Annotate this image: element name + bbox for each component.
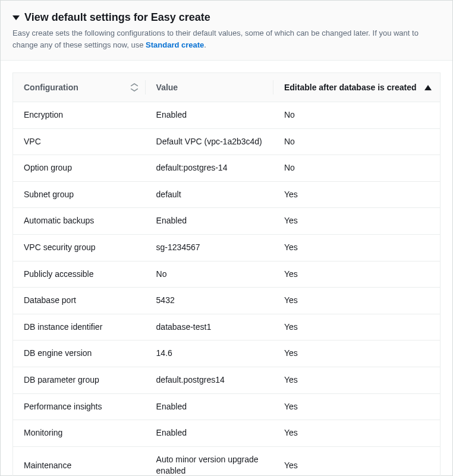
cell-editable: Yes: [273, 234, 440, 261]
cell-editable: Yes: [273, 208, 440, 235]
settings-table: Configuration Value: [13, 73, 440, 476]
cell-configuration: DB engine version: [13, 341, 146, 367]
description-text-post: .: [204, 40, 206, 49]
standard-create-link[interactable]: Standard create: [146, 40, 204, 49]
cell-value: Auto minor version upgrade enabled: [146, 446, 273, 476]
cell-value: Enabled: [146, 102, 273, 129]
sort-icon: [130, 83, 139, 92]
table-row: DB engine version14.6Yes: [13, 341, 440, 367]
table-row: Database port5432Yes: [13, 288, 440, 314]
cell-configuration: Monitoring: [13, 420, 146, 447]
cell-configuration: DB parameter group: [13, 367, 146, 393]
cell-configuration: Option group: [13, 155, 146, 182]
cell-editable: Yes: [273, 261, 440, 288]
cell-configuration: Performance insights: [13, 393, 146, 420]
cell-configuration: Maintenance: [13, 446, 146, 476]
cell-value: Enabled: [146, 393, 273, 420]
cell-editable: No: [273, 102, 440, 129]
cell-value: database-test1: [146, 314, 273, 341]
cell-configuration: Subnet group: [13, 181, 146, 208]
cell-value: Enabled: [146, 208, 273, 235]
table-row: DB parameter groupdefault.postgres14Yes: [13, 367, 440, 393]
cell-configuration: Automatic backups: [13, 208, 146, 235]
cell-editable: Yes: [273, 367, 440, 393]
panel-container: View default settings for Easy create Ea…: [0, 0, 453, 476]
cell-editable: No: [273, 155, 440, 182]
cell-value: default: [146, 181, 273, 208]
table-row: MonitoringEnabledYes: [13, 420, 440, 447]
cell-configuration: VPC: [13, 128, 146, 155]
cell-configuration: Database port: [13, 288, 146, 314]
table-row: Option groupdefault:postgres-14No: [13, 155, 440, 182]
description-text-pre: Easy create sets the following configura…: [12, 29, 419, 49]
table-container: Configuration Value: [1, 61, 452, 476]
cell-editable: Yes: [273, 181, 440, 208]
cell-value: sg-1234567: [146, 234, 273, 261]
cell-value: 5432: [146, 288, 273, 314]
table-row: Publicly accessibleNoYes: [13, 261, 440, 288]
cell-configuration: Encryption: [13, 102, 146, 129]
cell-value: No: [146, 261, 273, 288]
cell-value: Default VPC (vpc-1a2b3c4d): [146, 128, 273, 155]
sort-ascending-icon: [424, 85, 432, 90]
panel-title-row[interactable]: View default settings for Easy create: [12, 11, 441, 24]
table-body: EncryptionEnabledNoVPCDefault VPC (vpc-1…: [13, 102, 440, 477]
cell-editable: No: [273, 128, 440, 155]
cell-editable: Yes: [273, 314, 440, 341]
table-row: Automatic backupsEnabledYes: [13, 208, 440, 235]
column-header-editable[interactable]: Editable after database is created: [273, 73, 440, 102]
cell-value: 14.6: [146, 341, 273, 367]
cell-editable: Yes: [273, 420, 440, 447]
column-label-editable: Editable after database is created: [284, 83, 417, 92]
column-header-configuration[interactable]: Configuration: [13, 73, 146, 102]
panel-title: View default settings for Easy create: [24, 11, 210, 24]
cell-value: default:postgres-14: [146, 155, 273, 182]
table-header-row: Configuration Value: [13, 73, 440, 102]
column-label-configuration: Configuration: [24, 83, 78, 92]
cell-editable: Yes: [273, 341, 440, 367]
panel-description: Easy create sets the following configura…: [12, 27, 441, 51]
cell-configuration: DB instance identifier: [13, 314, 146, 341]
table-row: VPC security groupsg-1234567Yes: [13, 234, 440, 261]
cell-value: Enabled: [146, 420, 273, 447]
table-row: MaintenanceAuto minor version upgrade en…: [13, 446, 440, 476]
column-label-value: Value: [156, 83, 178, 92]
table-row: VPCDefault VPC (vpc-1a2b3c4d)No: [13, 128, 440, 155]
cell-value: default.postgres14: [146, 367, 273, 393]
table-wrapper: Configuration Value: [12, 72, 441, 476]
table-row: Subnet groupdefaultYes: [13, 181, 440, 208]
cell-configuration: VPC security group: [13, 234, 146, 261]
cell-configuration: Publicly accessible: [13, 261, 146, 288]
table-row: Performance insightsEnabledYes: [13, 393, 440, 420]
collapse-caret-icon: [12, 15, 20, 20]
cell-editable: Yes: [273, 393, 440, 420]
table-row: DB instance identifierdatabase-test1Yes: [13, 314, 440, 341]
column-header-value[interactable]: Value: [146, 73, 273, 102]
cell-editable: Yes: [273, 446, 440, 476]
table-row: EncryptionEnabledNo: [13, 102, 440, 129]
cell-editable: Yes: [273, 288, 440, 314]
panel-header: View default settings for Easy create Ea…: [1, 1, 452, 61]
